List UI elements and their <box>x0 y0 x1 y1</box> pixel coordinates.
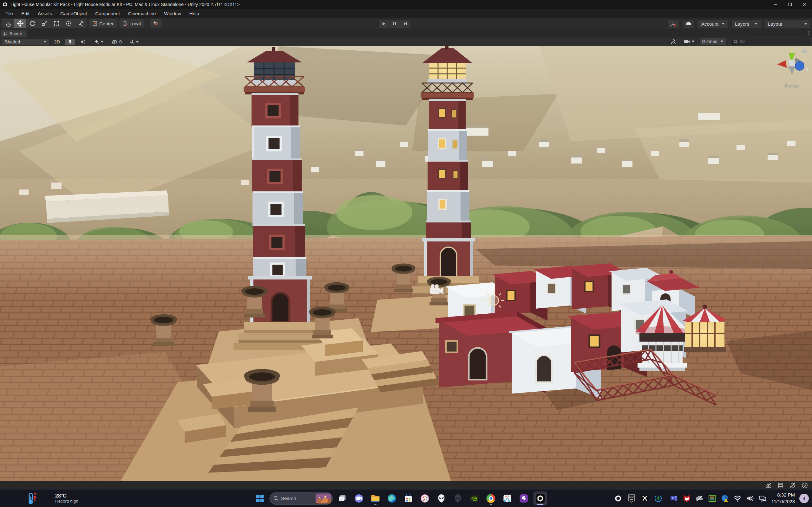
progress-idle-icon[interactable] <box>801 481 809 490</box>
scene-tools-button[interactable] <box>668 38 679 45</box>
nvidia-icon[interactable] <box>467 492 481 505</box>
scene-search-input[interactable] <box>740 39 803 44</box>
display-colors-tray-icon[interactable] <box>708 494 716 503</box>
notification-badge[interactable]: 4 <box>799 494 809 503</box>
alienware-command-center-icon[interactable] <box>451 492 465 505</box>
2d-toggle-button[interactable]: 2D <box>51 38 63 45</box>
orientation-mode-button[interactable]: Local <box>119 19 144 28</box>
layout-dropdown[interactable]: Layout <box>764 19 811 28</box>
paint-app-icon[interactable] <box>418 492 432 505</box>
unity-editor-tray-icon[interactable] <box>614 494 622 503</box>
notifications-muted-icon[interactable] <box>789 481 797 490</box>
epic-games-tray-icon[interactable]: EPIC <box>627 494 636 503</box>
title-bar: Light House Modular Kit Pack - Light Hou… <box>0 0 812 9</box>
toolbar-right-group: Account Layers Layout <box>667 19 811 28</box>
scene-toolbar-right: Gizmos <box>668 38 810 45</box>
effects-toggle-button[interactable] <box>91 38 107 45</box>
mcafee-tray-icon[interactable] <box>682 494 691 503</box>
collab-disabled-icon[interactable] <box>667 19 679 28</box>
play-button[interactable] <box>378 19 389 28</box>
chevron-down-icon <box>755 23 758 25</box>
taskbar-search-input[interactable] <box>281 496 313 501</box>
unity-hub-icon[interactable] <box>533 492 547 505</box>
chrome-browser-icon[interactable] <box>484 492 498 505</box>
screen-sync-tray-icon[interactable] <box>759 494 767 503</box>
windows-security-warning-tray-icon[interactable] <box>721 494 729 503</box>
gizmos-dropdown[interactable]: Gizmos <box>699 38 726 45</box>
menu-cinemachine[interactable]: Cinemachine <box>124 9 160 18</box>
menu-help[interactable]: Help <box>185 9 203 18</box>
lighting-toggle-button[interactable] <box>65 38 75 45</box>
debugger-icon[interactable] <box>764 481 773 490</box>
cloud-button[interactable] <box>682 19 695 28</box>
volume-tray-icon[interactable] <box>746 494 754 503</box>
unity-logo-icon <box>2 2 8 7</box>
tab-scene-label: Scene <box>9 31 22 36</box>
dell-update-tray-icon[interactable] <box>654 494 662 503</box>
taskbar-clock[interactable]: 8:32 PM 11/10/2023 <box>771 492 795 505</box>
custom-tool-button[interactable] <box>74 19 87 28</box>
audio-toggle-button[interactable] <box>78 38 89 45</box>
weather-thumbnail-mountains <box>315 493 331 504</box>
menu-edit[interactable]: Edit <box>17 9 34 18</box>
panel-menu-icon[interactable] <box>809 31 809 35</box>
clipchamp-icon[interactable] <box>517 492 531 505</box>
menu-window[interactable]: Window <box>160 9 185 18</box>
rotate-tool-button[interactable] <box>26 19 38 28</box>
snipping-tool-icon[interactable] <box>500 492 514 505</box>
hand-tool-button[interactable] <box>2 19 14 28</box>
hidden-objects-button[interactable]: 0 <box>108 38 125 45</box>
file-explorer-icon[interactable] <box>368 492 382 505</box>
weather-temp: 28°C <box>55 493 78 499</box>
chevron-down-icon <box>101 41 104 43</box>
rect-tool-button[interactable] <box>50 19 62 28</box>
cache-server-icon[interactable] <box>776 481 785 490</box>
teams-tray-icon[interactable]: T <box>670 494 678 503</box>
eye-slash-icon <box>111 39 118 44</box>
scene-camera-button[interactable] <box>681 38 698 45</box>
pause-button[interactable] <box>389 19 400 28</box>
chat-app-icon[interactable] <box>352 492 366 505</box>
menu-file[interactable]: File <box>1 9 17 18</box>
account-dropdown[interactable]: Account <box>698 19 728 28</box>
task-view-button[interactable] <box>335 492 349 505</box>
weather-widget[interactable]: 28°C Record high <box>27 492 78 505</box>
projection-label[interactable]: Persp <box>785 83 799 89</box>
scene-3d-render[interactable]: y z Persp <box>0 46 812 481</box>
draw-mode-dropdown[interactable]: Shaded <box>2 38 49 45</box>
scene-toolbar: Shaded 2D 0 <box>0 38 812 46</box>
lighthouse-2-tower <box>426 99 471 241</box>
close-button[interactable] <box>798 0 812 9</box>
step-button[interactable] <box>400 19 411 28</box>
scale-tool-button[interactable] <box>38 19 50 28</box>
menu-gameobject[interactable]: GameObject <box>56 9 91 18</box>
search-icon <box>734 40 738 44</box>
onedrive-paused-tray-icon[interactable] <box>695 494 704 503</box>
minimize-button[interactable] <box>768 0 783 9</box>
grid-snap-button[interactable] <box>149 19 162 28</box>
taskbar-search[interactable] <box>269 492 333 505</box>
microsoft-store-icon[interactable] <box>401 492 415 505</box>
taskbar-tray: EPIC T <box>614 492 809 505</box>
wifi-tray-icon[interactable] <box>733 494 742 503</box>
grid-icon <box>3 32 8 36</box>
weather-desc: Record high <box>55 499 78 504</box>
scene-viewport[interactable]: y z Persp <box>0 46 812 481</box>
transform-tool-button[interactable] <box>62 19 74 28</box>
menu-component[interactable]: Component <box>91 9 124 18</box>
pivot-mode-label: Center <box>99 21 113 26</box>
start-button[interactable] <box>253 492 267 505</box>
xbox-tray-icon[interactable] <box>641 494 649 503</box>
maximize-button[interactable] <box>783 0 798 9</box>
grid-visibility-button[interactable] <box>126 38 142 45</box>
alienware-icon[interactable] <box>434 492 448 505</box>
edge-browser-icon[interactable] <box>385 492 399 505</box>
layers-dropdown[interactable]: Layers <box>731 19 761 28</box>
pivot-mode-button[interactable]: Center <box>89 19 117 28</box>
tab-scene[interactable]: Scene <box>1 30 27 38</box>
menu-assets[interactable]: Assets <box>34 9 56 18</box>
scene-search-field[interactable] <box>731 38 810 45</box>
thermometer-icon <box>27 492 38 505</box>
move-tool-button[interactable] <box>14 19 26 28</box>
wrench-icon <box>670 39 676 44</box>
